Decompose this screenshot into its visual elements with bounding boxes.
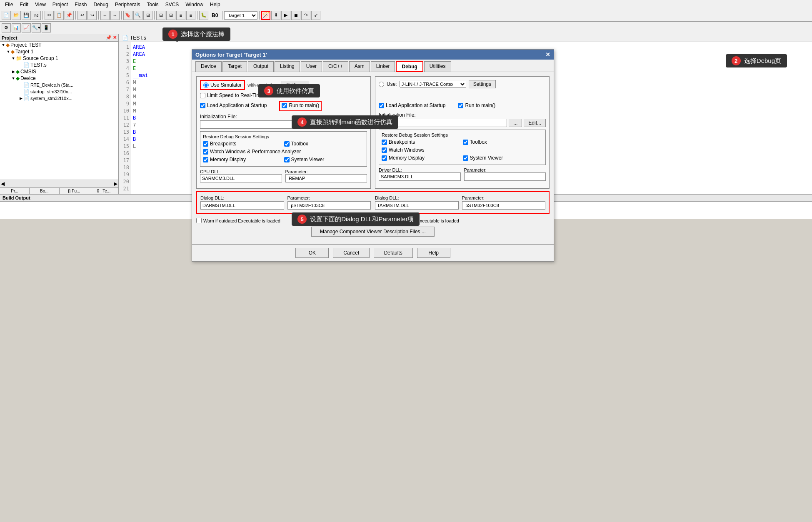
menu-view[interactable]: View <box>32 1 49 8</box>
paste-btn[interactable]: 📌 <box>65 11 74 20</box>
line-num-15: 15 <box>120 143 129 150</box>
tree-cmsis[interactable]: ▶ ◆ CMSIS <box>0 68 118 75</box>
project-diamond-icon: ◆ <box>6 42 10 48</box>
sep6 <box>197 11 197 20</box>
t2-btn2[interactable]: 📊 <box>12 23 21 32</box>
new-file-btn[interactable]: 📄 <box>2 11 11 20</box>
line-num-19: 19 <box>120 171 129 178</box>
line-num-5: 5 <box>120 72 129 79</box>
step-over-btn[interactable]: ↷ <box>301 11 310 20</box>
tree-project[interactable]: ▼ ◆ Project: TEST <box>0 42 118 48</box>
stop-btn[interactable]: ⏹ <box>291 11 300 20</box>
tree-device-label: Device <box>20 75 36 81</box>
code-content[interactable]: AREA AREA E E __mai M M M M M B 7 B B L <box>131 42 812 194</box>
sidebar-tab-books[interactable]: Bo... <box>30 188 59 194</box>
tree-device[interactable]: ▼ ◆ Device <box>0 75 118 82</box>
tree-target[interactable]: ▼ ◆ Target 1 <box>0 48 118 55</box>
search-btn[interactable]: 🔍 <box>133 11 142 20</box>
build-num: B0 <box>209 12 220 19</box>
sidebar-tab-functions[interactable]: {} Fu... <box>60 188 89 194</box>
line-num-17: 17 <box>120 157 129 164</box>
open-btn[interactable]: 📂 <box>12 11 21 20</box>
line-num-3: 3 <box>120 58 129 65</box>
device-diamond-icon: ◆ <box>16 75 20 81</box>
line-num-13: 13 <box>120 129 129 136</box>
t2-btn4[interactable]: 🔧▾ <box>32 23 41 32</box>
t2-btn1[interactable]: ⚙ <box>2 23 11 32</box>
tree-system-label: system_stm32f10x... <box>30 96 72 101</box>
code-line-1: AREA <box>133 44 810 51</box>
line-num-7: 7 <box>120 86 129 93</box>
system-file-icon: 📄 <box>23 95 30 101</box>
sidebar-pin-icon[interactable]: 📌 <box>106 35 112 40</box>
sidebar-tabs: Pr... Bo... {} Fu... 0_ Te... <box>0 187 118 194</box>
line-num-14: 14 <box>120 136 129 143</box>
tree-system[interactable]: ▶ 📄 system_stm32f10x... <box>0 95 118 102</box>
menu-peripherals[interactable]: Peripherals <box>112 1 144 8</box>
tree-source-group[interactable]: ▼ 📁 Source Group 1 <box>0 55 118 62</box>
save-btn[interactable]: 💾 <box>22 11 31 20</box>
tree-source-group-label: Source Group 1 <box>23 55 58 61</box>
tree-startup[interactable]: 📄 startup_stm32f10x... <box>0 88 118 95</box>
line-num-20: 20 <box>120 178 129 185</box>
content-area: Project 📌 ✕ ▼ ◆ Project: TEST ▼ ◆ Target… <box>0 34 812 194</box>
build-output-content <box>0 202 812 205</box>
menu-flash[interactable]: Flash <box>71 1 90 8</box>
sep4 <box>121 11 122 20</box>
menu-tools[interactable]: Tools <box>144 1 162 8</box>
line-num-11: 11 <box>120 115 129 122</box>
tree-rte-device[interactable]: 📄 RTE_Device.h (Sta... <box>0 82 118 88</box>
menu-window[interactable]: Window <box>182 1 207 8</box>
line-num-16: 16 <box>120 150 129 157</box>
forward-btn[interactable]: → <box>110 11 120 20</box>
menu-edit[interactable]: Edit <box>16 1 32 8</box>
code-line-10: M <box>133 93 810 100</box>
t2-btn3[interactable]: 📈 <box>22 23 31 32</box>
align-btn3[interactable]: ≡ <box>176 11 185 20</box>
menu-help[interactable]: Help <box>207 1 224 8</box>
code-line-16: B <box>133 129 810 136</box>
undo-btn[interactable]: ↩ <box>77 11 87 20</box>
debug-btn[interactable]: 🐛 <box>199 11 208 20</box>
tree-project-label: Project: TEST <box>10 42 41 48</box>
redo-btn[interactable]: ↪ <box>87 11 97 20</box>
menu-debug[interactable]: Debug <box>90 1 112 8</box>
scroll-left-icon[interactable]: ◀ <box>1 181 5 187</box>
run-btn[interactable]: ▶ <box>281 11 290 20</box>
align-btn2[interactable]: ⊞ <box>166 11 175 20</box>
line-num-8: 8 <box>120 93 129 100</box>
sidebar-tab-templates[interactable]: 0_ Te... <box>89 188 118 194</box>
load-btn[interactable]: ⬇ <box>271 11 280 20</box>
target-combo[interactable]: Target 1 <box>224 11 257 20</box>
t2-btn5[interactable]: 📱 <box>42 23 51 32</box>
step-into-btn[interactable]: ↙ <box>311 11 320 20</box>
align-btn4[interactable]: ≡ <box>186 11 195 20</box>
sidebar-tab-project[interactable]: Pr... <box>0 188 30 194</box>
tree-tests[interactable]: 📄 TEST.s <box>0 62 118 68</box>
align-btn1[interactable]: ⊟ <box>156 11 165 20</box>
line-num-4: 4 <box>120 65 129 72</box>
code-line-18: B <box>133 136 810 143</box>
bookmark-btn[interactable]: 🔖 <box>123 11 132 20</box>
line-num-6: 6 <box>120 79 129 86</box>
line-num-2: 2 <box>120 51 129 58</box>
find-btn[interactable]: ⊞ <box>143 11 152 20</box>
menu-svcs[interactable]: SVCS <box>162 1 182 8</box>
sidebar-close-icon[interactable]: ✕ <box>113 35 117 40</box>
menu-file[interactable]: File <box>2 1 16 8</box>
menu-project[interactable]: Project <box>49 1 71 8</box>
tree-target-label: Target 1 <box>15 49 33 55</box>
cut-btn[interactable]: ✂ <box>45 11 54 20</box>
save-all-btn[interactable]: 🖫 <box>32 11 41 20</box>
scroll-right-icon[interactable]: ▶ <box>114 181 117 187</box>
menubar: File Edit View Project Flash Debug Perip… <box>0 0 812 9</box>
magic-wand-btn[interactable]: 🪄 <box>261 11 270 20</box>
sidebar-title: Project <box>2 35 17 40</box>
copy-btn[interactable]: 📋 <box>55 11 64 20</box>
target-diamond-icon: ◆ <box>11 49 15 55</box>
sep5 <box>154 11 155 20</box>
code-line-3: AREA <box>133 51 810 58</box>
editor-tab[interactable]: 📄 TEST.s <box>119 34 812 42</box>
expand-system-icon: ▶ <box>18 96 23 100</box>
back-btn[interactable]: ← <box>100 11 110 20</box>
